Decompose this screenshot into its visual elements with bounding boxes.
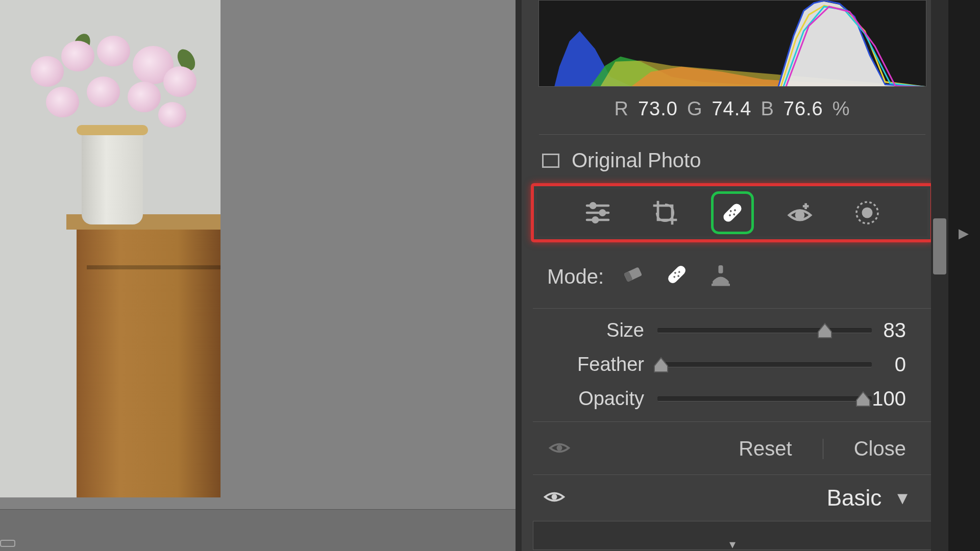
g-value: 74.4 xyxy=(712,98,751,120)
svg-point-4 xyxy=(600,210,604,215)
filmstrip-handle[interactable] xyxy=(0,540,15,547)
original-photo-checkbox[interactable] xyxy=(542,154,559,168)
divider xyxy=(539,134,925,135)
brush-sliders: Size 83 Feather 0 xyxy=(533,308,932,410)
basic-visibility-toggle[interactable] xyxy=(543,485,566,511)
sliders-icon xyxy=(583,198,612,227)
photo-preview xyxy=(0,0,220,497)
filmstrip-bar xyxy=(0,509,516,551)
crop-icon xyxy=(651,198,679,227)
reset-close-row: Reset Close xyxy=(533,421,932,474)
masking-tool[interactable] xyxy=(851,197,883,229)
histogram[interactable] xyxy=(538,0,926,87)
svg-point-25 xyxy=(557,445,562,451)
svg-rect-6 xyxy=(721,202,743,224)
svg-point-5 xyxy=(593,217,597,222)
separator xyxy=(823,439,823,459)
panel-scrollbar-track[interactable] xyxy=(931,0,948,551)
svg-point-11 xyxy=(796,212,803,219)
size-value[interactable]: 83 xyxy=(872,319,909,342)
svg-rect-24 xyxy=(712,284,730,286)
svg-point-26 xyxy=(552,494,557,500)
image-canvas[interactable] xyxy=(0,0,516,551)
mode-eraser[interactable] xyxy=(619,261,647,293)
app-root: R 73.0 G 74.4 B 76.6 % Original Photo xyxy=(0,0,980,551)
tool-strip-highlight xyxy=(531,183,934,242)
healing-bandage-icon xyxy=(663,261,691,288)
tool-strip xyxy=(537,189,927,236)
opacity-label: Opacity xyxy=(555,388,657,410)
crop-tool[interactable] xyxy=(649,197,681,229)
b-value: 76.6 xyxy=(783,98,823,120)
basic-title: Basic xyxy=(827,485,882,511)
expand-arrow-icon[interactable]: ▾ xyxy=(729,537,736,551)
healing-bandage-icon xyxy=(718,198,747,227)
r-label: R xyxy=(614,98,628,120)
chevron-down-icon: ▼ xyxy=(894,488,911,508)
collapse-arrow-icon[interactable]: ▶ xyxy=(959,226,980,241)
redeye-icon xyxy=(786,198,814,227)
opacity-value[interactable]: 100 xyxy=(872,387,909,410)
svg-point-15 xyxy=(862,208,872,218)
size-label: Size xyxy=(555,319,657,341)
mode-heal[interactable] xyxy=(663,261,691,293)
svg-rect-23 xyxy=(719,265,723,273)
size-slider-knob[interactable] xyxy=(817,322,832,339)
feather-slider[interactable] xyxy=(657,362,872,367)
feather-slider-knob[interactable] xyxy=(653,357,669,373)
size-slider[interactable] xyxy=(657,328,872,333)
original-photo-label: Original Photo xyxy=(572,149,701,172)
svg-rect-18 xyxy=(666,264,687,285)
clone-stamp-icon xyxy=(707,261,734,288)
close-link[interactable]: Close xyxy=(854,437,906,460)
develop-panel: R 73.0 G 74.4 B 76.6 % Original Photo xyxy=(522,0,948,551)
eye-icon xyxy=(548,439,571,457)
feather-value[interactable]: 0 xyxy=(872,353,909,376)
r-value: 73.0 xyxy=(638,98,678,120)
opacity-slider[interactable] xyxy=(657,396,872,402)
mode-clone[interactable] xyxy=(707,261,734,293)
reset-link[interactable]: Reset xyxy=(739,437,792,460)
g-label: G xyxy=(687,98,703,120)
basic-panel-header[interactable]: Basic ▼ xyxy=(533,474,932,521)
panel-scrollbar-thumb[interactable] xyxy=(933,218,946,274)
b-label: B xyxy=(761,98,774,120)
right-edge-strip: ▶ xyxy=(948,0,980,551)
svg-point-3 xyxy=(591,203,595,208)
rgb-readout: R 73.0 G 74.4 B 76.6 % xyxy=(527,98,938,120)
canvas-background xyxy=(0,0,516,509)
eye-icon xyxy=(543,488,566,506)
mask-icon xyxy=(853,198,881,227)
basic-panel-body: ▾ xyxy=(533,521,932,550)
healing-tool[interactable] xyxy=(717,197,748,229)
mode-row: Mode: xyxy=(527,242,938,298)
pct-label: % xyxy=(832,98,850,120)
eraser-icon xyxy=(619,261,647,288)
visibility-toggle-dim[interactable] xyxy=(548,438,571,461)
mode-label: Mode: xyxy=(547,265,604,288)
feather-label: Feather xyxy=(555,354,657,375)
edit-tool[interactable] xyxy=(582,197,614,229)
opacity-slider-knob[interactable] xyxy=(855,391,871,407)
redeye-tool[interactable] xyxy=(784,197,816,229)
panel-gutter xyxy=(516,0,522,551)
